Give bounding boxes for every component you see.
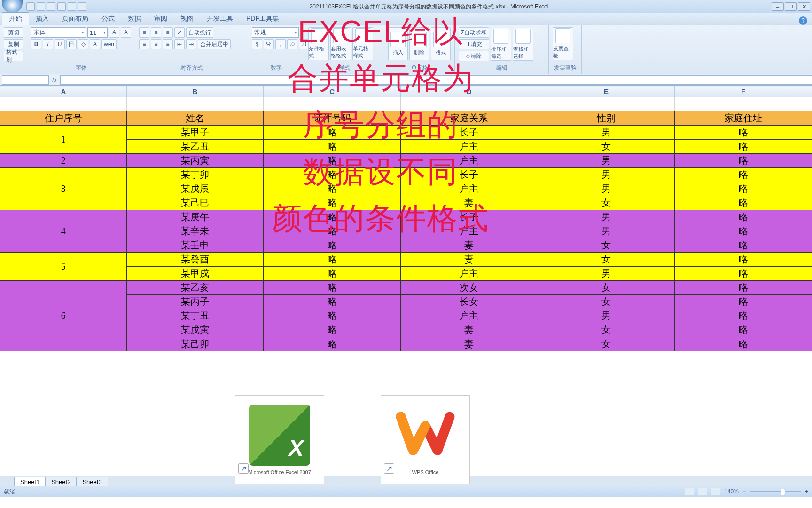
data-cell[interactable]: 女	[538, 253, 675, 267]
data-cell[interactable]: 略	[675, 337, 812, 351]
data-cell[interactable]: 略	[675, 224, 812, 238]
tab-insert[interactable]: 插入	[29, 13, 55, 25]
data-cell[interactable]: 略	[264, 323, 401, 337]
table-header-cell[interactable]: 性别	[538, 111, 675, 126]
bold-button[interactable]: B	[31, 39, 41, 49]
minimize-button[interactable]: –	[772, 2, 784, 11]
data-cell[interactable]: 男	[538, 126, 675, 140]
align-center-button[interactable]: ≡	[151, 39, 161, 49]
zoom-in-button[interactable]: +	[805, 488, 808, 495]
format-painter-button[interactable]: 格式刷	[4, 51, 23, 61]
cell-empty[interactable]	[126, 97, 264, 111]
percent-button[interactable]: %	[264, 39, 274, 49]
qat-save-icon[interactable]	[26, 2, 35, 11]
data-cell[interactable]: 户主	[400, 182, 538, 196]
data-cell[interactable]: 某乙丑	[126, 140, 264, 154]
data-cell[interactable]: 某戊辰	[126, 182, 264, 196]
tab-formulas[interactable]: 公式	[95, 13, 121, 25]
qat-new-icon[interactable]	[68, 2, 76, 11]
data-cell[interactable]: 略	[675, 196, 812, 210]
data-cell[interactable]: 男	[538, 168, 675, 182]
data-cell[interactable]: 略	[675, 210, 812, 224]
data-cell[interactable]: 略	[675, 238, 812, 253]
data-cell[interactable]: 男	[538, 154, 675, 168]
data-cell[interactable]: 略	[264, 267, 401, 281]
clear-button[interactable]: ◇ 清除	[459, 51, 489, 61]
table-header-cell[interactable]: 姓名	[126, 111, 264, 126]
seq-cell[interactable]: 6	[0, 281, 127, 351]
data-cell[interactable]: 某甲戌	[126, 267, 264, 281]
format-as-table-button[interactable]: 套用表格格式	[330, 27, 351, 60]
close-button[interactable]: ✕	[798, 2, 810, 11]
data-cell[interactable]: 某丙子	[126, 295, 264, 309]
border-button[interactable]: 田	[66, 39, 77, 49]
data-cell[interactable]: 妻	[400, 337, 538, 351]
sheet-tab-1[interactable]: Sheet1	[14, 477, 46, 486]
data-cell[interactable]: 女	[538, 337, 675, 351]
currency-button[interactable]: $	[252, 39, 262, 49]
data-cell[interactable]: 略	[264, 168, 401, 182]
data-cell[interactable]: 略	[675, 323, 812, 337]
font-name-combo[interactable]: 宋体	[31, 27, 86, 38]
conditional-format-button[interactable]: 条件格式	[308, 27, 329, 60]
data-cell[interactable]: 略	[675, 154, 812, 168]
align-middle-button[interactable]: ≡	[151, 27, 161, 38]
fill-color-button[interactable]: ◇	[78, 39, 88, 49]
table-header-cell[interactable]: 家庭住址	[675, 111, 812, 126]
align-left-button[interactable]: ≡	[139, 39, 149, 49]
data-cell[interactable]: 某庚午	[126, 210, 264, 224]
table-header-cell[interactable]: 证件号码	[264, 111, 401, 126]
sort-filter-button[interactable]: 排序和筛选	[491, 28, 511, 61]
insert-cells-button[interactable]: 插入	[388, 27, 408, 60]
increase-indent-button[interactable]: ⇥	[186, 39, 196, 49]
zoom-out-button[interactable]: −	[742, 488, 746, 495]
cut-button[interactable]: 剪切	[4, 27, 23, 38]
cell-empty[interactable]	[675, 97, 812, 111]
sheet-tab-2[interactable]: Sheet2	[45, 477, 77, 486]
data-cell[interactable]: 户主	[400, 224, 538, 238]
cell-empty[interactable]	[400, 97, 538, 111]
grow-font-button[interactable]: A	[109, 27, 119, 38]
formula-input[interactable]	[60, 75, 812, 85]
data-cell[interactable]: 略	[264, 182, 401, 196]
data-cell[interactable]: 略	[264, 295, 401, 309]
data-cell[interactable]: 略	[675, 182, 812, 196]
data-cell[interactable]: 女	[538, 196, 675, 210]
data-cell[interactable]: 男	[538, 224, 675, 238]
data-cell[interactable]: 男	[538, 182, 675, 196]
phonetic-button[interactable]: wén	[102, 39, 117, 49]
seq-cell[interactable]: 1	[0, 126, 127, 154]
seq-cell[interactable]: 2	[0, 154, 127, 168]
col-header-F[interactable]: F	[675, 86, 812, 97]
col-header-D[interactable]: D	[400, 86, 538, 97]
page-layout-view-button[interactable]	[698, 488, 707, 495]
data-cell[interactable]: 某壬申	[126, 238, 264, 253]
page-break-view-button[interactable]	[711, 488, 720, 495]
align-top-button[interactable]: ≡	[139, 27, 149, 38]
fx-icon[interactable]: fx	[49, 76, 60, 83]
comma-button[interactable]: ,	[275, 39, 286, 49]
col-header-B[interactable]: B	[126, 86, 264, 97]
data-cell[interactable]: 略	[675, 309, 812, 323]
data-cell[interactable]: 长子	[400, 210, 538, 224]
autosum-button[interactable]: Σ 自动求和	[459, 27, 489, 38]
invoice-check-button[interactable]: 发票查验	[553, 27, 573, 60]
help-icon[interactable]: ?	[799, 16, 807, 25]
decrease-indent-button[interactable]: ⇤	[174, 39, 185, 49]
data-cell[interactable]: 女	[538, 238, 675, 253]
name-box[interactable]	[2, 75, 49, 85]
data-cell[interactable]: 女	[538, 281, 675, 295]
data-cell[interactable]: 略	[675, 168, 812, 182]
data-cell[interactable]: 略	[264, 309, 401, 323]
tab-developer[interactable]: 开发工具	[200, 13, 240, 25]
qat-print-icon[interactable]	[57, 2, 66, 11]
office-button[interactable]	[2, 0, 23, 13]
data-cell[interactable]: 某辛未	[126, 224, 264, 238]
cell-empty[interactable]	[538, 97, 675, 111]
qat-redo-icon[interactable]	[47, 2, 55, 11]
data-cell[interactable]: 略	[264, 253, 401, 267]
sheet-tab-3[interactable]: Sheet3	[76, 477, 108, 486]
tab-layout[interactable]: 页面布局	[55, 13, 95, 25]
data-cell[interactable]: 略	[675, 295, 812, 309]
shrink-font-button[interactable]: A	[121, 27, 131, 38]
